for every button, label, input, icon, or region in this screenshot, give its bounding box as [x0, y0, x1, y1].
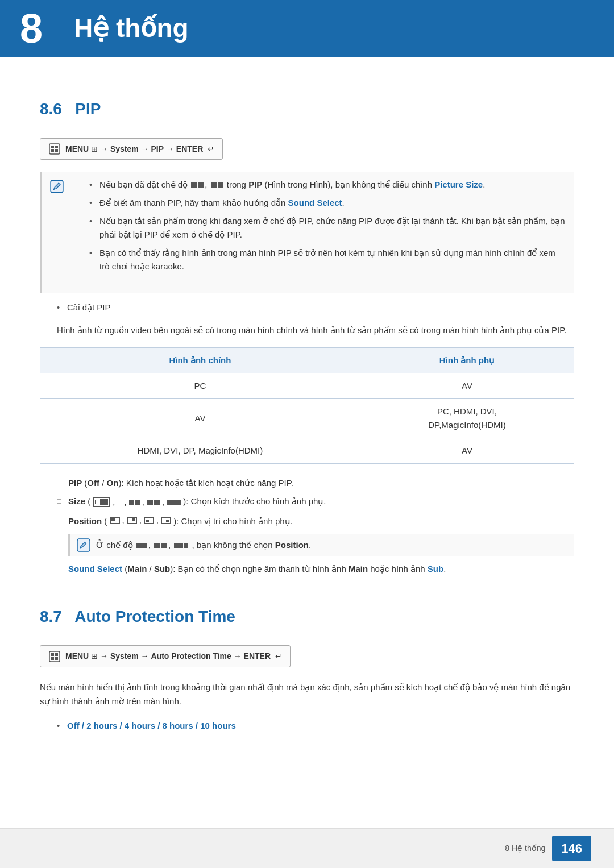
pip-icon-sq1: [191, 182, 197, 188]
section-apt-number: 8.7: [40, 608, 62, 625]
pos-icon-br: [161, 517, 171, 524]
pip-table-cell-main-1: PC: [40, 373, 360, 399]
position-note-text: Ở chế độ , , , bạn không thể chọn Positi…: [96, 538, 311, 552]
pip-feature-position: Position ( , , , ): Chọn vị trí cho hình…: [57, 513, 574, 528]
svg-rect-4: [55, 149, 58, 152]
footer-section-label: 8 Hệ thống: [505, 842, 545, 854]
section-pip-number: 8.6: [40, 100, 62, 118]
pip-menu-path-text: MENU ⊞ → System → PIP → ENTER ↵: [65, 143, 214, 155]
sound-select-list: Sound Select (Main / Sub): Bạn có thể ch…: [57, 562, 574, 576]
page-header: 8 Hệ thống: [0, 0, 614, 57]
note-pencil-icon: [49, 179, 65, 195]
pip-icon-sq2: [198, 182, 204, 188]
sound-select-item: Sound Select (Main / Sub): Bạn có thể ch…: [57, 562, 574, 576]
table-row: HDMI, DVI, DP, MagicInfo(HDMI) AV: [40, 438, 574, 464]
chapter-number-box: 8: [0, 0, 63, 57]
pip-icon-sq3: [211, 182, 217, 188]
svg-rect-2: [55, 146, 58, 148]
section-pip-label: PIP: [75, 100, 101, 118]
pip-note-item-4: Bạn có thể thấy rằng hình ảnh trong màn …: [89, 246, 566, 273]
svg-rect-0: [49, 144, 60, 154]
section-pip-heading: 8.6 PIP: [40, 97, 574, 122]
pip-table-header-main: Hình ảnh chính: [40, 348, 360, 373]
svg-rect-7: [49, 651, 60, 662]
pip-table: Hình ảnh chính Hình ảnh phụ PC AV AV PC,…: [40, 347, 574, 464]
svg-rect-11: [55, 657, 58, 660]
pip-features-list: PIP (Off / On): Kích hoạt hoặc tắt kích …: [57, 476, 574, 528]
svg-rect-9: [55, 653, 58, 656]
pip-note-item-2: Để biết âm thanh PIP, hãy tham khảo hướn…: [89, 196, 566, 210]
page-content: 8.6 PIP MENU ⊞ → System → PIP: [0, 57, 614, 787]
apt-options-item: Off / 2 hours / 4 hours / 8 hours / 10 h…: [57, 719, 574, 733]
size-icons: , , , ,: [93, 495, 181, 509]
pip-setup-bullet: Cài đặt PIP: [57, 301, 574, 314]
footer-page-number: 146: [552, 836, 591, 861]
svg-rect-1: [51, 146, 54, 148]
pip-note-item-1: Nếu bạn đã đặt chế độ , trong PIP (Hình …: [89, 178, 566, 192]
position-icons: , , ,: [110, 513, 172, 527]
pip-table-cell-main-2: AV: [40, 399, 360, 438]
apt-menu-path-text: MENU ⊞ → System → Auto Protection Time →…: [65, 650, 282, 662]
pip-note-list: Nếu bạn đã đặt chế độ , trong PIP (Hình …: [89, 178, 566, 278]
section-apt-label: Auto Protection Time: [74, 608, 235, 625]
section-pip: 8.6 PIP MENU ⊞ → System → PIP: [40, 97, 574, 576]
apt-menu-icon: [48, 650, 61, 663]
pip-table-cell-sub-1: AV: [360, 373, 574, 399]
position-note-block: Ở chế độ , , , bạn không thể chọn Positi…: [68, 534, 574, 556]
pip-note-block: Nếu bạn đã đặt chế độ , trong PIP (Hình …: [40, 172, 574, 293]
note-pencil-icon-sm: [77, 538, 90, 552]
apt-description: Nếu màn hình hiển thị ảnh tĩnh trong kho…: [40, 680, 574, 709]
pos-icon-tr: [127, 517, 137, 524]
table-row: AV PC, HDMI, DVI,DP,MagicInfo(HDMI): [40, 399, 574, 438]
pip-note-item-3: Nếu bạn tắt sản phẩm trong khi đang xem …: [89, 214, 566, 242]
chapter-title: Hệ thống: [63, 0, 189, 57]
pos-icon-tl: [110, 517, 120, 524]
page-footer: 8 Hệ thống 146: [0, 828, 614, 868]
pip-cai-dat-label: Cài đặt PIP: [57, 301, 574, 314]
pip-cai-dat-text: Hình ảnh từ nguồn video bên ngoài sẽ có …: [57, 323, 574, 337]
chapter-number: 8: [20, 8, 43, 49]
apt-options-list: Off / 2 hours / 4 hours / 8 hours / 10 h…: [57, 719, 574, 733]
section-apt-heading: 8.7 Auto Protection Time: [40, 604, 574, 630]
apt-menu-path: MENU ⊞ → System → Auto Protection Time →…: [40, 645, 291, 667]
svg-rect-3: [51, 149, 54, 152]
pip-feature-pip: PIP (Off / On): Kích hoạt hoặc tắt kích …: [57, 476, 574, 490]
pip-table-cell-main-3: HDMI, DVI, DP, MagicInfo(HDMI): [40, 438, 360, 464]
menu-icon: [48, 143, 61, 155]
pip-table-cell-sub-2: PC, HDMI, DVI,DP,MagicInfo(HDMI): [360, 399, 574, 438]
svg-rect-8: [51, 653, 54, 656]
table-row: PC AV: [40, 373, 574, 399]
svg-rect-10: [51, 657, 54, 660]
pip-icon-sq4: [218, 182, 223, 188]
pip-feature-size: Size ( , , ,: [57, 495, 574, 509]
apt-options-text: Off / 2 hours / 4 hours / 8 hours / 10 h…: [67, 721, 236, 730]
section-apt: 8.7 Auto Protection Time MENU ⊞ → System: [40, 604, 574, 733]
pip-menu-path: MENU ⊞ → System → PIP → ENTER ↵: [40, 138, 223, 160]
pip-table-header-sub: Hình ảnh phụ: [360, 348, 574, 373]
pos-icon-bl: [144, 517, 154, 524]
pip-table-cell-sub-3: AV: [360, 438, 574, 464]
